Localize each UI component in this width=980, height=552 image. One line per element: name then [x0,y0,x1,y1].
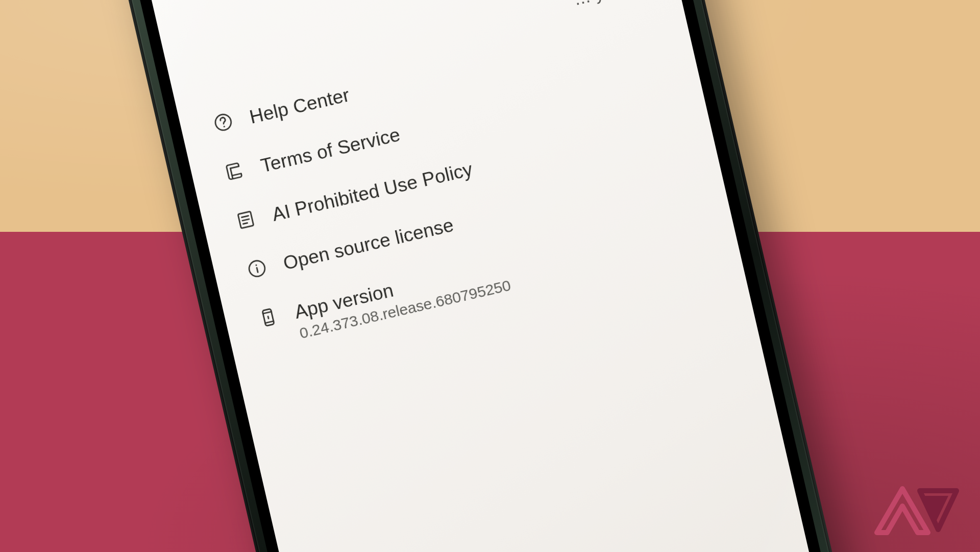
watermark-ap-logo [871,479,963,541]
svg-line-5 [243,223,247,224]
svg-line-4 [242,219,249,221]
svg-line-7 [257,268,258,272]
svg-line-3 [241,215,248,217]
help-icon [209,109,237,137]
scroll-icon [220,158,249,186]
svg-line-10 [263,311,271,314]
info-icon [243,256,272,284]
svg-point-1 [223,126,225,128]
device-icon [255,304,283,332]
svg-point-8 [255,264,257,266]
article-icon [232,207,260,235]
svg-line-11 [265,321,273,323]
